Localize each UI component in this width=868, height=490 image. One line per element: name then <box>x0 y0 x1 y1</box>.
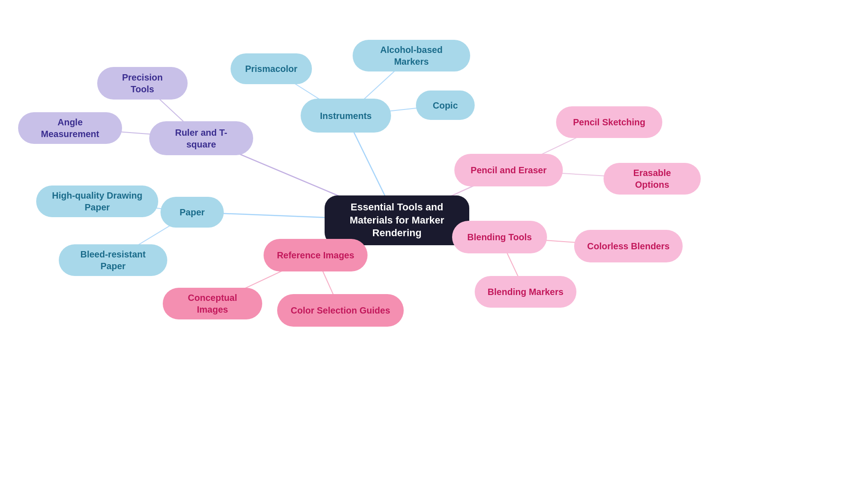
node-blending-tools[interactable]: Blending Tools <box>452 221 547 253</box>
node-hq-paper[interactable]: High-quality Drawing Paper <box>36 186 158 217</box>
node-conceptual-images[interactable]: Conceptual Images <box>163 288 262 319</box>
node-pencil-sketching[interactable]: Pencil Sketching <box>556 106 662 138</box>
node-erasable-options[interactable]: Erasable Options <box>604 163 701 195</box>
node-prismacolor[interactable]: Prismacolor <box>231 53 312 84</box>
node-alcohol-markers[interactable]: Alcohol-based Markers <box>353 40 470 71</box>
node-bleed-paper[interactable]: Bleed-resistant Paper <box>59 244 167 276</box>
node-blending-markers[interactable]: Blending Markers <box>475 276 576 308</box>
center-node[interactable]: Essential Tools and Materials for Marker… <box>325 195 469 245</box>
node-instruments[interactable]: Instruments <box>301 99 391 133</box>
node-colorless-blenders[interactable]: Colorless Blenders <box>574 230 683 262</box>
node-paper[interactable]: Paper <box>160 197 224 228</box>
node-color-selection-guides[interactable]: Color Selection Guides <box>277 294 404 327</box>
node-reference-images[interactable]: Reference Images <box>264 239 368 271</box>
node-angle-measurement[interactable]: Angle Measurement <box>18 112 122 144</box>
node-copic[interactable]: Copic <box>416 90 475 120</box>
node-pencil-eraser[interactable]: Pencil and Eraser <box>454 154 563 186</box>
node-ruler-tsquare[interactable]: Ruler and T-square <box>149 121 253 155</box>
node-precision-tools[interactable]: Precision Tools <box>97 67 188 100</box>
